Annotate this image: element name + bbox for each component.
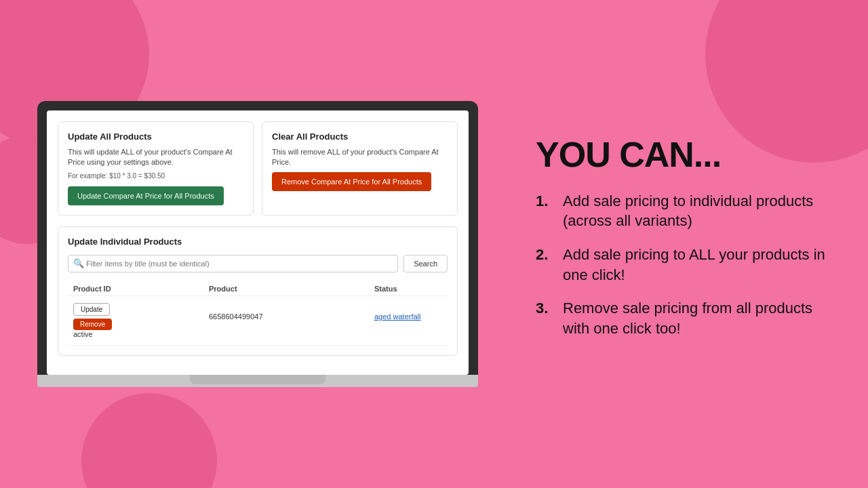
feature-number-2: 2. (536, 245, 556, 285)
feature-number-1: 1. (536, 191, 556, 231)
feature-item-3: 3. Remove sale pricing from all products… (536, 298, 834, 338)
update-product-button[interactable]: Update (73, 303, 110, 316)
table-row: Update Remove 6658604499047 aged waterfa… (68, 296, 448, 346)
col-header-product: Product (209, 285, 374, 293)
search-row: 🔍 Search (68, 255, 448, 272)
col-header-id: Product ID (73, 285, 209, 293)
col-header-status: Status (374, 285, 442, 293)
feature-number-3: 3. (536, 298, 556, 338)
panels-row: Update All Products This will update ALL… (58, 121, 458, 216)
update-all-example: For example: $10 * 3.0 = $30.50 (68, 172, 243, 180)
laptop: Update All Products This will update ALL… (37, 101, 478, 387)
main-heading: YOU CAN... (536, 136, 834, 174)
product-name-cell: aged waterfall (374, 312, 442, 321)
feature-text-1: Add sale pricing to individual products … (563, 191, 834, 231)
product-id-cell: 6658604499047 (209, 312, 374, 321)
left-side: Update All Products This will update ALL… (0, 0, 515, 488)
search-button[interactable]: Search (403, 255, 448, 272)
search-input[interactable] (68, 255, 398, 272)
feature-text-3: Remove sale pricing from all products wi… (563, 298, 834, 338)
search-icon: 🔍 (73, 258, 84, 268)
remove-product-button[interactable]: Remove (73, 319, 112, 330)
individual-section-title: Update Individual Products (68, 237, 448, 247)
remove-compare-button[interactable]: Remove Compare At Price for All Products (272, 172, 431, 191)
table-header: Product ID Product Status (68, 282, 448, 296)
app-content: Update All Products This will update ALL… (58, 121, 458, 356)
laptop-bezel: Update All Products This will update ALL… (37, 101, 478, 375)
laptop-screen: Update All Products This will update ALL… (47, 110, 469, 375)
feature-text-2: Add sale pricing to ALL your products in… (563, 245, 834, 285)
search-input-wrapper: 🔍 (68, 255, 398, 272)
right-side: YOU CAN... 1. Add sale pricing to indivi… (515, 0, 868, 488)
clear-all-desc: This will remove ALL of your product's C… (272, 147, 448, 168)
products-table: Product ID Product Status Update Remove (68, 282, 448, 346)
update-all-title: Update All Products (68, 131, 243, 142)
laptop-stand (190, 375, 326, 384)
update-all-panel: Update All Products This will update ALL… (58, 121, 254, 216)
clear-all-title: Clear All Products (272, 131, 448, 142)
update-all-desc: This will update ALL of your product's C… (68, 147, 243, 168)
row-actions: Update Remove (73, 303, 209, 330)
laptop-base (37, 375, 478, 387)
features-list: 1. Add sale pricing to individual produc… (536, 191, 834, 352)
product-link[interactable]: aged waterfall (374, 312, 421, 321)
product-status-cell: active (73, 330, 209, 338)
update-all-button[interactable]: Update Compare At Price for All Products (68, 186, 224, 205)
individual-section: Update Individual Products 🔍 Search (58, 226, 458, 356)
feature-item-1: 1. Add sale pricing to individual produc… (536, 191, 834, 231)
feature-item-2: 2. Add sale pricing to ALL your products… (536, 245, 834, 285)
main-layout: Update All Products This will update ALL… (0, 0, 868, 488)
clear-all-panel: Clear All Products This will remove ALL … (262, 121, 458, 216)
